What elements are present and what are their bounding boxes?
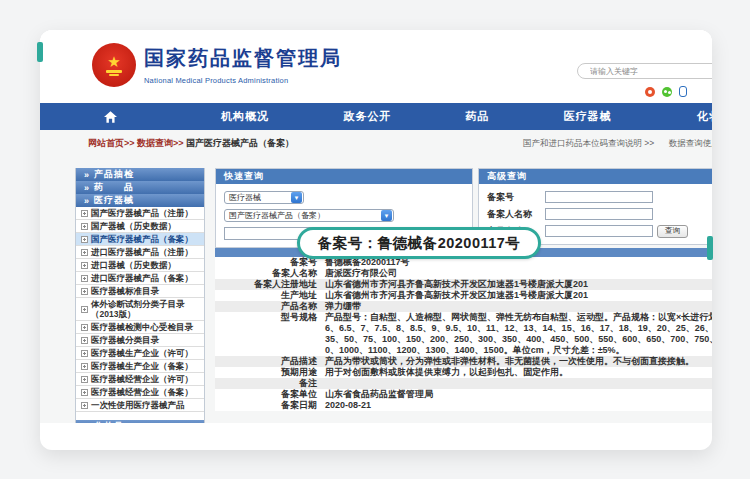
detail-table: 备案号 鲁德械备20200117号 备案人名称 唐派医疗有限公司 备案人注册地址… (215, 257, 712, 411)
table-row-filer-address: 备案人注册地址 山东省德州市齐河县齐鲁高新技术开发区加速器1号楼唐派大厦201 (215, 279, 712, 290)
chevrons-icon: » (84, 196, 90, 206)
advanced-search-button[interactable]: 查询 (657, 225, 688, 238)
table-row-product-description: 产品描述 产品为带状或筒状，分为弹性或非弹性材料。非无菌提供，一次性使用。不与创… (215, 356, 712, 367)
sidebar-header-cosmetics[interactable]: »化妆品 (76, 420, 204, 423)
sidebar-item-device-standards[interactable]: 医疗器械标准目录 (76, 285, 204, 298)
expand-icon (81, 223, 88, 230)
nav-home-icon[interactable] (40, 103, 180, 130)
weibo-icon[interactable] (645, 87, 655, 97)
expand-icon (81, 389, 88, 396)
subcategory-select[interactable]: 国产医疗器械产品（备案） ▼ (224, 209, 394, 222)
sidebar-item-domestic-history[interactable]: 国产器械（历史数据） (76, 220, 204, 233)
sidebar-item-manufacturer-licensed[interactable]: 医疗器械生产企业（许可） (76, 347, 204, 360)
expand-icon (81, 376, 88, 383)
site-search-input[interactable] (577, 63, 712, 79)
quick-search-title: 快速查询 (216, 169, 472, 184)
sidebar-item-imported-filed[interactable]: 进口医疗器械产品（备案） (76, 272, 204, 285)
sidebar-item-single-use-devices[interactable]: 一次性使用医疗器械产品 (76, 399, 204, 412)
link-data-query-help[interactable]: 数据查询使用说明 >> (669, 138, 712, 148)
sidebar-header-medical-devices[interactable]: »医疗器械 (76, 194, 204, 207)
filer-name-label: 备案人名称 (487, 208, 541, 221)
table-row-filing-date: 备案日期 2020-08-21 (215, 400, 712, 411)
screenshot-card: ★ 国家药品监督管理局 National Medical Products Ad… (40, 30, 712, 450)
expand-icon (81, 210, 88, 217)
expand-icon (81, 363, 88, 370)
sidebar-item-domestic-filed[interactable]: 国产医疗器械产品（备案） (76, 233, 204, 246)
expand-icon (81, 350, 88, 357)
sidebar-header-drugs[interactable]: »药 品 (76, 181, 204, 194)
site-title: 国家药品监督管理局 (144, 45, 342, 72)
expand-icon (81, 306, 88, 313)
sidebar-item-testing-center-catalog[interactable]: 医疗器械检测中心受检目录 (76, 321, 204, 334)
filer-name-input[interactable] (545, 208, 653, 220)
nav-item-agency-overview[interactable]: 机构概况 (180, 103, 310, 130)
expand-icon (81, 288, 88, 295)
chevrons-icon: » (84, 170, 90, 180)
main-nav: 机构概况 政务公开 药品 医疗器械 化妆品 (40, 103, 712, 130)
chevrons-icon: » (84, 422, 90, 424)
breadcrumb-right-links: 国产和进口药品本位码查询说明 >> 数据查询使用说明 >> (523, 138, 712, 150)
sidebar-item-distributor-licensed[interactable]: 医疗器械经营企业（许可） (76, 373, 204, 386)
table-row-production-address: 生产地址 山东省德州市齐河县齐鲁高新技术开发区加速器1号楼唐派大厦201 (215, 290, 712, 301)
site-header: ★ 国家药品监督管理局 National Medical Products Ad… (40, 30, 712, 103)
link-code-query-help[interactable]: 国产和进口药品本位码查询说明 >> (523, 138, 654, 148)
breadcrumb-data-query[interactable]: 数据查询>> (137, 138, 184, 148)
advanced-search-title: 高级查询 (479, 169, 712, 184)
teal-accent-left (37, 42, 43, 62)
table-row-intended-use: 预期用途 用于对创面敷料或肢体提供束缚力，以起到包扎、固定作用。 (215, 367, 712, 378)
site-subtitle: National Medical Products Administration (144, 76, 342, 85)
nav-item-cosmetics[interactable]: 化妆品 (645, 103, 712, 130)
nav-item-gov-affairs[interactable]: 政务公开 (310, 103, 425, 130)
sidebar-item-imported-history[interactable]: 进口器械（历史数据） (76, 259, 204, 272)
expand-icon (81, 324, 88, 331)
sidebar-item-ivd-catalog-2013[interactable]: 体外诊断试剂分类子目录（2013版） (76, 298, 204, 321)
brand-block: 国家药品监督管理局 National Medical Products Admi… (144, 45, 342, 85)
category-select[interactable]: 医疗器械 ▼ (224, 191, 304, 204)
breadcrumb-current: 国产医疗器械产品（备案） (186, 138, 294, 148)
chevron-down-icon: ▼ (381, 210, 392, 221)
teal-accent-right (707, 236, 713, 260)
sidebar-header-product-sampling[interactable]: »产品抽检 (76, 168, 204, 181)
table-row-remarks: 备注 (215, 378, 712, 389)
product-name-input[interactable] (545, 225, 653, 237)
breadcrumb-home[interactable]: 网站首页>> (88, 138, 135, 148)
expand-icon (81, 236, 88, 243)
sidebar-item-classification-catalog[interactable]: 医疗器械分类目录 (76, 334, 204, 347)
sidebar-item-distributor-filed[interactable]: 医疗器械经营企业（备案） (76, 386, 204, 399)
filing-no-input[interactable] (545, 191, 653, 203)
filing-number-callout: 备案号：鲁德械备20200117号 (297, 227, 541, 259)
mobile-icon[interactable] (679, 86, 687, 97)
wechat-icon[interactable] (662, 87, 672, 97)
chevrons-icon: » (84, 183, 90, 193)
table-row-filer-name: 备案人名称 唐派医疗有限公司 (215, 268, 712, 279)
chevron-down-icon: ▼ (291, 192, 302, 203)
expand-icon (81, 262, 88, 269)
national-emblem-icon: ★ (92, 43, 136, 87)
sidebar-item-domestic-registered[interactable]: 国产医疗器械产品（注册） (76, 207, 204, 220)
expand-icon (81, 402, 88, 409)
nav-item-medical-devices[interactable]: 医疗器械 (530, 103, 645, 130)
sidebar-item-manufacturer-filed[interactable]: 医疗器械生产企业（备案） (76, 360, 204, 373)
table-row-product-name: 产品名称 弹力绷带 (215, 301, 712, 312)
social-icons (645, 86, 687, 97)
table-row-model-spec: 型号规格 产品型号：自粘型、人造棉型、网状筒型、弹性无纺布自粘型、运动型。产品规… (215, 312, 712, 356)
expand-icon (81, 275, 88, 282)
nav-item-drugs[interactable]: 药品 (425, 103, 530, 130)
sidebar: »产品抽检 »药 品 »医疗器械 国产医疗器械产品（注册） 国产器械（历史数据）… (75, 168, 205, 423)
table-row-filing-authority: 备案单位 山东省食品药品监督管理局 (215, 389, 712, 400)
breadcrumb: 网站首页>> 数据查询>> 国产医疗器械产品（备案） (88, 137, 294, 150)
nmpa-site: ★ 国家药品监督管理局 National Medical Products Ad… (40, 30, 712, 423)
expand-icon (81, 249, 88, 256)
filing-no-label: 备案号 (487, 191, 541, 204)
expand-icon (81, 337, 88, 344)
home-icon (104, 111, 117, 123)
sidebar-item-imported-registered[interactable]: 进口医疗器械产品（注册） (76, 246, 204, 259)
